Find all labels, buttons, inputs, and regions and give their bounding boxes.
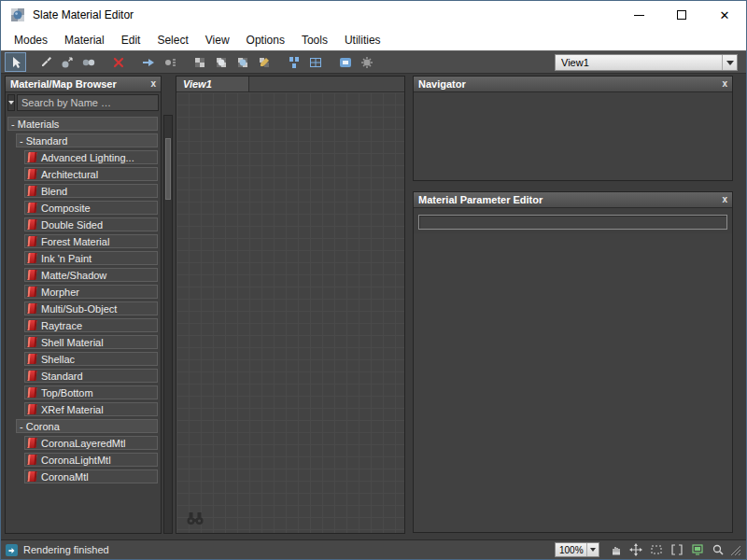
material-list-item[interactable]: CoronaMtl <box>24 469 158 483</box>
menu-select[interactable]: Select <box>148 31 196 49</box>
minimize-button[interactable] <box>617 1 660 29</box>
select-arrow-icon <box>8 55 23 70</box>
material-label: Advanced Lighting... <box>41 152 134 163</box>
tab-view1[interactable]: View1 <box>176 77 249 91</box>
close-x-icon: x <box>722 78 727 89</box>
main-area: Material/Map Browser x - Materials- Stan… <box>1 74 746 539</box>
material-list-item[interactable]: Matte/Shadow <box>24 268 158 282</box>
navigator-panel-header: Navigator x <box>414 77 732 92</box>
assign-material-icon <box>60 55 75 70</box>
material-list-item[interactable]: Shellac <box>24 352 158 366</box>
material-id-channel-button[interactable] <box>334 52 356 72</box>
layout-vertical-icon <box>287 55 302 70</box>
hide-unused-nodeslots-button[interactable] <box>159 52 180 72</box>
material-list-item[interactable]: Top/Bottom <box>24 385 158 399</box>
parameter-editor-field[interactable] <box>418 215 727 230</box>
pick-material-button[interactable] <box>35 52 56 72</box>
zoom-tool-button[interactable] <box>709 542 726 558</box>
show-realistic-material-button[interactable] <box>232 52 253 72</box>
zoom-percent-dropdown[interactable]: 100% <box>555 542 599 557</box>
options-gear-button[interactable] <box>356 52 377 72</box>
menu-options[interactable]: Options <box>238 31 293 49</box>
material-list-item[interactable]: Raytrace <box>24 318 158 332</box>
status-message: Rendering finished <box>23 544 109 555</box>
material-group-header[interactable]: - Corona <box>16 419 158 433</box>
browser-close-button[interactable]: x <box>150 79 156 89</box>
material-list-item[interactable]: CoronaLayeredMtl <box>24 436 158 450</box>
material-label: CoronaMtl <box>41 471 89 483</box>
render-map-icon <box>257 55 272 70</box>
material-list-item[interactable]: Multi/Sub-Object <box>24 301 158 315</box>
layout-children-button[interactable] <box>304 52 326 72</box>
material-group-header[interactable]: - Standard <box>16 133 158 147</box>
menu-tools[interactable]: Tools <box>293 31 336 49</box>
assign-material-button[interactable] <box>56 52 78 72</box>
view-selector-dropdown[interactable]: View1 <box>555 54 738 71</box>
scrollbar-thumb[interactable] <box>165 138 171 200</box>
maximize-button[interactable] <box>660 1 703 29</box>
material-label: - Corona <box>20 421 60 432</box>
maximize-viewport-button[interactable] <box>688 542 706 558</box>
select-tool-button[interactable] <box>5 52 26 72</box>
window-controls: ✕ <box>617 1 746 29</box>
move-children-icon <box>141 55 156 70</box>
browser-scrollbar[interactable] <box>163 115 173 534</box>
put-material-to-scene-button[interactable] <box>78 52 99 72</box>
layout-all-vertical-button[interactable] <box>283 52 304 72</box>
material-list-item[interactable]: Advanced Lighting... <box>24 150 158 164</box>
material-list-item[interactable]: Shell Material <box>24 335 158 349</box>
menu-material[interactable]: Material <box>56 31 113 49</box>
material-sample-icon <box>27 203 36 213</box>
search-by-name-input[interactable] <box>17 94 159 111</box>
toolbar-separator <box>180 51 189 73</box>
navigator-body[interactable] <box>414 92 732 180</box>
resize-grip-icon[interactable] <box>729 544 741 556</box>
render-map-button[interactable] <box>253 52 275 72</box>
material-sample-icon <box>27 186 36 196</box>
menu-view[interactable]: View <box>197 31 238 49</box>
material-list-item[interactable]: Blend <box>24 184 158 198</box>
material-sample-icon <box>27 253 36 263</box>
material-list-item[interactable]: XRef Material <box>24 402 158 416</box>
binoculars-icon[interactable] <box>186 511 204 525</box>
node-view-canvas[interactable] <box>176 92 404 533</box>
material-sample-icon <box>27 303 36 314</box>
material-list-item[interactable]: Ink 'n Paint <box>24 251 158 265</box>
navigator-close-button[interactable]: x <box>722 79 727 89</box>
close-icon: ✕ <box>720 9 730 21</box>
material-list-item[interactable]: Standard <box>24 369 158 383</box>
show-shaded-material-button[interactable] <box>210 52 232 72</box>
menu-modes[interactable]: Modes <box>6 31 56 49</box>
move-children-button[interactable] <box>137 52 159 72</box>
material-sample-icon <box>27 471 36 482</box>
hide-unused-icon <box>162 55 177 70</box>
menu-utilities[interactable]: Utilities <box>336 31 389 49</box>
material-label: Matte/Shadow <box>41 270 106 281</box>
navigator-panel: Navigator x <box>413 76 733 181</box>
material-sample-icon <box>27 270 36 280</box>
menu-edit[interactable]: Edit <box>113 31 149 49</box>
material-label: Shellac <box>41 354 75 365</box>
show-background-button[interactable] <box>189 52 210 72</box>
zoom-region-button[interactable] <box>647 542 665 558</box>
material-list-item[interactable]: Architectural <box>24 167 158 181</box>
material-list-item[interactable]: Morpher <box>24 285 158 299</box>
material-list-item[interactable]: Forest Material <box>24 234 158 248</box>
parameter-editor-close-button[interactable]: x <box>722 195 727 204</box>
delete-selected-button[interactable] <box>107 52 129 72</box>
pan-hand-button[interactable] <box>606 542 624 558</box>
material-group-header[interactable]: - Materials <box>7 117 158 131</box>
pan-arrows-button[interactable] <box>627 542 644 558</box>
material-label: Shell Material <box>41 337 104 348</box>
material-list-item[interactable]: Composite <box>24 201 158 215</box>
browser-options-button[interactable] <box>7 94 15 111</box>
view-tab-label: View1 <box>183 78 212 90</box>
zoom-extents-button[interactable] <box>668 542 685 558</box>
material-list-item[interactable]: Double Sided <box>24 217 158 231</box>
toolbar-separator <box>99 51 107 73</box>
close-x-icon: x <box>722 194 727 204</box>
app-icon <box>10 7 25 22</box>
material-list-item[interactable]: CoronaLightMtl <box>24 453 158 467</box>
material-sample-icon <box>27 354 36 364</box>
close-button[interactable]: ✕ <box>703 1 746 29</box>
